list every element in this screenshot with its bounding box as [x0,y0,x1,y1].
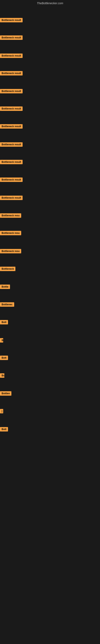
bottleneck-item-1[interactable]: Bottleneck result [0,18,23,23]
bottleneck-badge-12[interactable]: Bottleneck resu [0,213,21,218]
bottleneck-badge-8[interactable]: Bottleneck result [0,142,23,147]
bottleneck-item-9[interactable]: Bottleneck result [0,160,23,165]
bottleneck-item-15[interactable]: Bottleneck [0,267,15,272]
bottleneck-item-12[interactable]: Bottleneck resu [0,213,21,218]
bottleneck-badge-7[interactable]: Bottleneck result [0,124,23,128]
bottleneck-item-16[interactable]: Bottle [0,284,10,290]
site-title: TheBottlenecker.com [0,0,100,6]
bottleneck-item-4[interactable]: Bottleneck result [0,71,23,76]
bottleneck-badge-19[interactable]: B [0,338,3,342]
bottleneck-badge-22[interactable]: Bottlen [0,391,11,396]
bottleneck-item-10[interactable]: Bottleneck result [0,178,23,183]
bottleneck-item-23[interactable]: | [0,409,3,414]
bottleneck-item-5[interactable]: Bottleneck result [0,89,23,94]
bottleneck-badge-4[interactable]: Bottleneck result [0,71,23,76]
bottleneck-item-3[interactable]: Bottleneck result [0,54,23,59]
bottleneck-item-18[interactable]: Bott [0,320,8,325]
bottleneck-item-8[interactable]: Bottleneck result [0,142,23,148]
bottleneck-item-6[interactable]: Bottleneck result [0,106,23,112]
bottleneck-item-2[interactable]: Bottleneck result [0,36,23,41]
bottleneck-item-17[interactable]: Bottlenec [0,302,14,308]
bottleneck-badge-11[interactable]: Bottleneck result [0,196,23,200]
bottleneck-badge-6[interactable]: Bottleneck result [0,106,23,111]
bottleneck-badge-15[interactable]: Bottleneck [0,267,15,271]
bottleneck-badge-23[interactable]: | [0,409,3,413]
bottleneck-badge-16[interactable]: Bottle [0,284,10,289]
bottleneck-item-20[interactable]: Bott [0,356,8,361]
bottleneck-item-22[interactable]: Bottlen [0,391,11,396]
bottleneck-badge-5[interactable]: Bottleneck result [0,89,23,94]
bottleneck-badge-13[interactable]: Bottleneck resu [0,231,21,235]
bottleneck-badge-21[interactable]: Bo [0,373,4,378]
bottleneck-badge-14[interactable]: Bottleneck resu [0,249,21,253]
bottleneck-item-14[interactable]: Bottleneck resu [0,249,21,254]
bottleneck-badge-18[interactable]: Bott [0,320,8,324]
bottleneck-badge-24[interactable]: Bott [0,427,8,432]
bottleneck-item-19[interactable]: B [0,338,3,343]
bottleneck-item-7[interactable]: Bottleneck result [0,124,23,130]
bottleneck-badge-20[interactable]: Bott [0,356,8,360]
bottleneck-item-21[interactable]: Bo [0,373,4,378]
bottleneck-badge-1[interactable]: Bottleneck result [0,18,23,22]
bottleneck-item-11[interactable]: Bottleneck result [0,196,23,201]
bottleneck-item-13[interactable]: Bottleneck resu [0,231,21,236]
bottleneck-item-24[interactable]: Bott [0,427,8,432]
bottleneck-badge-17[interactable]: Bottlenec [0,302,14,307]
bottleneck-badge-9[interactable]: Bottleneck result [0,160,23,164]
bottleneck-badge-3[interactable]: Bottleneck result [0,54,23,58]
bottleneck-badge-2[interactable]: Bottleneck result [0,36,23,40]
bottleneck-badge-10[interactable]: Bottleneck result [0,178,23,182]
